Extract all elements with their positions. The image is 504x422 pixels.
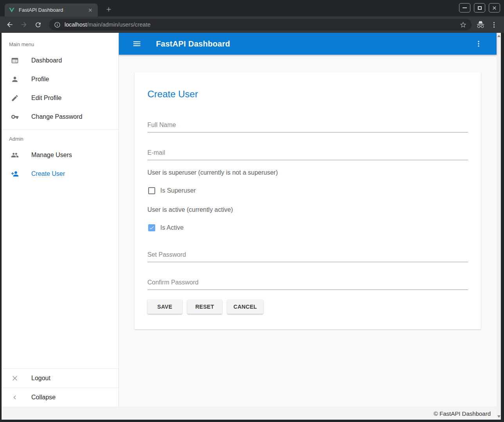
bookmark-star-icon[interactable]: [459, 21, 467, 29]
url-bar[interactable]: localhost/main/admin/users/create: [49, 19, 472, 30]
window-minimize-button[interactable]: [459, 3, 470, 13]
sidebar-section-admin: Admin: [2, 130, 118, 146]
sidebar-item-label: Change Password: [31, 113, 83, 120]
content-area: Create User User is superuser (currently…: [119, 55, 497, 407]
superuser-hint: User is superuser (currently is not a su…: [147, 169, 468, 176]
sidebar: Main menu Dashboard Profile: [2, 33, 119, 407]
sidebar-item-label: Profile: [31, 76, 49, 83]
browser-menu-kebab-icon[interactable]: [490, 21, 498, 29]
sidebar-item-label: Dashboard: [31, 57, 62, 64]
is-active-checkbox[interactable]: [148, 224, 155, 231]
sidebar-item-profile[interactable]: Profile: [2, 70, 118, 89]
save-button[interactable]: SAVE: [147, 300, 182, 314]
page-title: Create User: [147, 89, 468, 100]
url-host: localhost: [65, 21, 87, 28]
is-superuser-checkbox-row[interactable]: Is Superuser: [147, 187, 468, 195]
reload-icon[interactable]: [32, 19, 44, 30]
sidebar-spacer: [2, 183, 118, 368]
sidebar-item-edit-profile[interactable]: Edit Profile: [2, 89, 118, 107]
key-icon: [11, 113, 19, 121]
create-user-card: Create User User is superuser (currently…: [135, 72, 481, 329]
app-bar: FastAPI Dashboard: [119, 33, 497, 55]
sidebar-item-label: Manage Users: [31, 152, 72, 159]
back-icon[interactable]: [4, 19, 16, 30]
toolbar-right-icons: [475, 20, 500, 29]
scroll-down-arrow-icon[interactable]: [497, 415, 500, 418]
sidebar-item-label: Edit Profile: [31, 95, 61, 102]
is-superuser-checkbox[interactable]: [148, 187, 155, 194]
scroll-up-arrow-icon[interactable]: [497, 35, 500, 37]
window-close-button[interactable]: [489, 3, 500, 13]
is-active-checkbox-row[interactable]: Is Active: [147, 224, 468, 232]
browser-tab[interactable]: FastAPI Dashboard: [5, 4, 98, 16]
form-actions: SAVE RESET CANCEL: [147, 300, 468, 314]
incognito-icon: [476, 20, 485, 29]
sidebar-item-change-password[interactable]: Change Password: [2, 107, 118, 126]
full-name-input[interactable]: [147, 122, 468, 132]
main-content: FastAPI Dashboard Create User User is su…: [119, 33, 497, 407]
sidebar-item-label: Logout: [31, 375, 50, 382]
appbar-kebab-icon[interactable]: [472, 37, 486, 51]
pencil-icon: [11, 94, 19, 102]
page-viewport: Main menu Dashboard Profile: [2, 33, 501, 420]
sidebar-item-collapse[interactable]: Collapse: [2, 388, 118, 407]
checkbox-label: Is Superuser: [160, 187, 196, 194]
vue-favicon-icon: [9, 7, 15, 13]
new-tab-button[interactable]: [103, 4, 114, 15]
checkbox-label: Is Active: [160, 224, 184, 231]
active-hint: User is active (currently active): [147, 206, 468, 213]
close-icon: [11, 374, 19, 382]
sidebar-item-manage-users[interactable]: Manage Users: [2, 146, 118, 165]
sidebar-item-dashboard[interactable]: Dashboard: [2, 51, 118, 70]
set-password-input[interactable]: [147, 251, 468, 262]
tab-title: FastAPI Dashboard: [19, 7, 87, 13]
sidebar-item-create-user[interactable]: Create User: [2, 165, 118, 183]
url-text: localhost/main/admin/users/create: [65, 21, 456, 28]
browser-toolbar: localhost/main/admin/users/create: [0, 16, 504, 33]
url-path: /main/admin/users/create: [87, 21, 151, 28]
browser-tab-strip: FastAPI Dashboard: [0, 0, 504, 16]
copyright-text: © FastAPI Dashboard: [434, 410, 491, 417]
sidebar-section-main-menu: Main menu: [2, 33, 118, 51]
forward-icon[interactable]: [18, 19, 30, 30]
email-input[interactable]: [147, 149, 468, 160]
site-info-icon[interactable]: [54, 21, 61, 28]
page-footer: © FastAPI Dashboard: [2, 407, 497, 420]
tab-close-icon[interactable]: [87, 7, 94, 14]
scrollbar[interactable]: [497, 33, 501, 420]
app-title: FastAPI Dashboard: [156, 39, 230, 48]
sidebar-item-logout[interactable]: Logout: [2, 369, 118, 388]
hamburger-menu-icon[interactable]: [130, 37, 144, 51]
person-icon: [11, 75, 19, 83]
reset-button[interactable]: RESET: [187, 300, 222, 314]
window-controls: [459, 3, 500, 13]
sidebar-item-label: Collapse: [31, 394, 56, 401]
cancel-button[interactable]: CANCEL: [227, 300, 263, 314]
window-maximize-button[interactable]: [474, 3, 485, 13]
person-add-icon: [11, 170, 19, 178]
confirm-password-input[interactable]: [147, 279, 468, 290]
dashboard-icon: [11, 57, 19, 64]
sidebar-item-label: Create User: [31, 170, 65, 177]
chevron-left-icon: [11, 393, 19, 401]
people-icon: [11, 151, 19, 159]
